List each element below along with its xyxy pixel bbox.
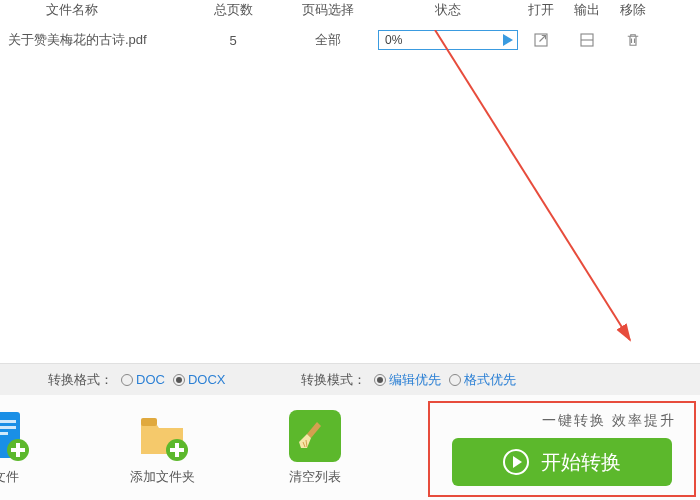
radio-icon	[173, 374, 185, 386]
progress-text: 0%	[379, 33, 402, 47]
broom-icon	[289, 410, 341, 462]
action-label: 添加文件夹	[130, 468, 195, 486]
clear-list-button[interactable]: 清空列表	[289, 410, 341, 486]
svg-rect-14	[170, 448, 184, 452]
radio-icon	[374, 374, 386, 386]
radio-doc[interactable]: DOC	[121, 372, 165, 387]
svg-rect-5	[0, 420, 16, 423]
header-output: 输出	[564, 1, 610, 19]
open-icon	[532, 31, 550, 49]
add-folder-button[interactable]: 添加文件夹	[130, 410, 195, 486]
output-icon	[578, 31, 596, 49]
table-row: 关于赞美梅花的古诗.pdf 5 全部 0%	[0, 20, 700, 60]
progress-bar[interactable]: 0%	[378, 30, 518, 50]
cell-filename: 关于赞美梅花的古诗.pdf	[8, 31, 188, 49]
radio-icon	[449, 374, 461, 386]
add-file-button[interactable]: 文件	[0, 410, 32, 486]
svg-rect-10	[11, 448, 25, 452]
svg-rect-6	[0, 426, 16, 429]
open-button[interactable]	[530, 29, 552, 51]
svg-line-3	[435, 30, 630, 340]
start-convert-button[interactable]: 开始转换	[452, 438, 672, 486]
start-button-label: 开始转换	[541, 449, 621, 476]
play-icon	[503, 34, 513, 46]
radio-icon	[121, 374, 133, 386]
options-bar: 转换格式： DOC DOCX 转换模式： 编辑优先 格式优先	[0, 363, 700, 395]
radio-docx[interactable]: DOCX	[173, 372, 226, 387]
cell-pages: 5	[188, 33, 278, 48]
annotation-arrow	[385, 30, 645, 350]
header-pages: 总页数	[188, 1, 278, 19]
trash-icon	[624, 31, 642, 49]
header-filename: 文件名称	[8, 1, 188, 19]
radio-edit-first[interactable]: 编辑优先	[374, 371, 441, 389]
file-add-icon	[0, 410, 32, 462]
action-label: 清空列表	[289, 468, 341, 486]
folder-add-icon	[137, 410, 189, 462]
svg-rect-7	[0, 432, 8, 435]
convert-box: 一键转换 效率提升 开始转换	[428, 401, 696, 497]
convert-hint: 一键转换 效率提升	[542, 412, 676, 430]
cell-select[interactable]: 全部	[278, 31, 378, 49]
format-label: 转换格式：	[48, 371, 113, 389]
mode-label: 转换模式：	[301, 371, 366, 389]
header-status: 状态	[378, 1, 518, 19]
header-select: 页码选择	[278, 1, 378, 19]
remove-button[interactable]	[622, 29, 644, 51]
svg-rect-11	[141, 418, 157, 426]
header-remove: 移除	[610, 1, 656, 19]
play-circle-icon	[503, 449, 529, 475]
action-label: 文件	[0, 468, 19, 486]
action-bar: 文件 添加文件夹 清空列表 一键转换 效率提升 开始转换	[0, 395, 700, 500]
radio-layout-first[interactable]: 格式优先	[449, 371, 516, 389]
header-open: 打开	[518, 1, 564, 19]
output-button[interactable]	[576, 29, 598, 51]
